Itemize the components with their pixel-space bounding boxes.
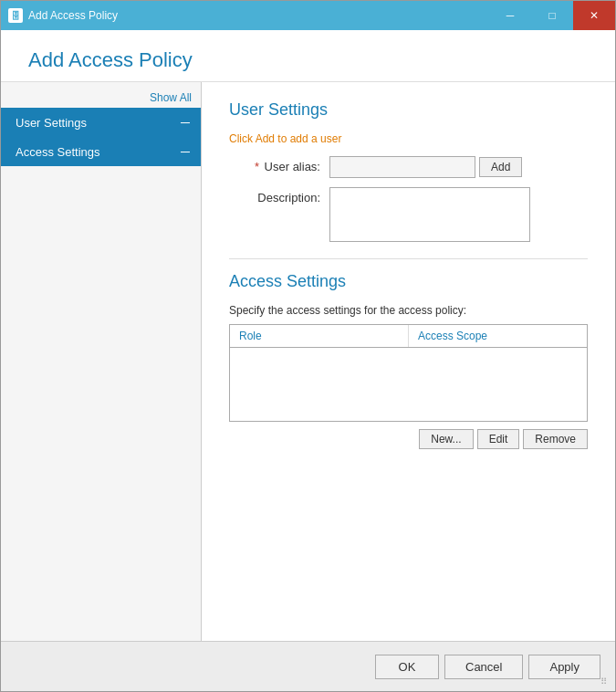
window-icon: 🗄	[8, 8, 23, 23]
description-row: Description:	[229, 187, 588, 242]
window-body: Add Access Policy Show All User Settings…	[1, 30, 615, 641]
content-area: User Settings Click Add to add a user * …	[202, 82, 615, 641]
access-scope-column-header: Access Scope	[409, 325, 587, 347]
page-title: Add Access Policy	[28, 48, 593, 72]
page-header: Add Access Policy	[1, 30, 615, 82]
description-input[interactable]	[329, 187, 530, 242]
user-alias-input[interactable]	[329, 156, 475, 178]
ok-button[interactable]: OK	[375, 655, 439, 679]
sidebar: Show All User Settings ─ Access Settings…	[1, 82, 202, 641]
user-settings-title: User Settings	[229, 100, 588, 120]
access-settings-hint: Specify the access settings for the acce…	[229, 304, 588, 317]
footer-bar: OK Cancel Apply	[1, 641, 615, 691]
title-bar-text: Add Access Policy	[28, 9, 118, 22]
access-table-header: Role Access Scope	[230, 325, 587, 348]
user-alias-row: * User alias: Add	[229, 156, 588, 178]
user-alias-label: * User alias:	[229, 156, 329, 173]
resize-handle[interactable]: ⠿	[600, 676, 611, 687]
title-bar: 🗄 Add Access Policy ─ □ ✕	[1, 1, 615, 30]
user-settings-section: User Settings Click Add to add a user * …	[229, 100, 588, 242]
section-divider	[229, 258, 588, 259]
new-button[interactable]: New...	[419, 429, 473, 449]
access-settings-title: Access Settings	[229, 272, 588, 291]
collapse-icon-access-settings: ─	[181, 144, 190, 159]
title-bar-controls: ─ □ ✕	[489, 1, 615, 30]
edit-button[interactable]: Edit	[477, 429, 520, 449]
main-content: Show All User Settings ─ Access Settings…	[1, 82, 615, 641]
access-table: Role Access Scope	[229, 324, 588, 422]
close-button[interactable]: ✕	[573, 1, 615, 30]
maximize-button[interactable]: □	[531, 1, 573, 30]
sidebar-item-user-settings[interactable]: User Settings ─	[1, 108, 201, 137]
show-all-link[interactable]: Show All	[1, 89, 201, 108]
description-label: Description:	[229, 187, 329, 204]
required-star: *	[255, 160, 259, 173]
table-actions: New... Edit Remove	[229, 429, 588, 449]
apply-button[interactable]: Apply	[528, 655, 600, 679]
sidebar-item-label-access-settings: Access Settings	[16, 145, 100, 159]
user-alias-input-group: Add	[329, 156, 588, 178]
add-button[interactable]: Add	[479, 157, 522, 177]
main-window: 🗄 Add Access Policy ─ □ ✕ Add Access Pol…	[0, 0, 616, 692]
collapse-icon-user-settings: ─	[181, 115, 190, 130]
sidebar-item-label-user-settings: User Settings	[16, 116, 87, 130]
window-body-wrapper: Add Access Policy Show All User Settings…	[1, 30, 615, 691]
user-settings-hint: Click Add to add a user	[229, 132, 588, 145]
role-column-header: Role	[230, 325, 409, 347]
remove-button[interactable]: Remove	[523, 429, 588, 449]
minimize-button[interactable]: ─	[489, 1, 531, 30]
access-table-body	[230, 348, 587, 421]
title-bar-left: 🗄 Add Access Policy	[8, 8, 118, 23]
sidebar-item-access-settings[interactable]: Access Settings ─	[1, 137, 201, 166]
cancel-button[interactable]: Cancel	[444, 655, 523, 679]
access-settings-section: Access Settings Specify the access setti…	[229, 272, 588, 449]
